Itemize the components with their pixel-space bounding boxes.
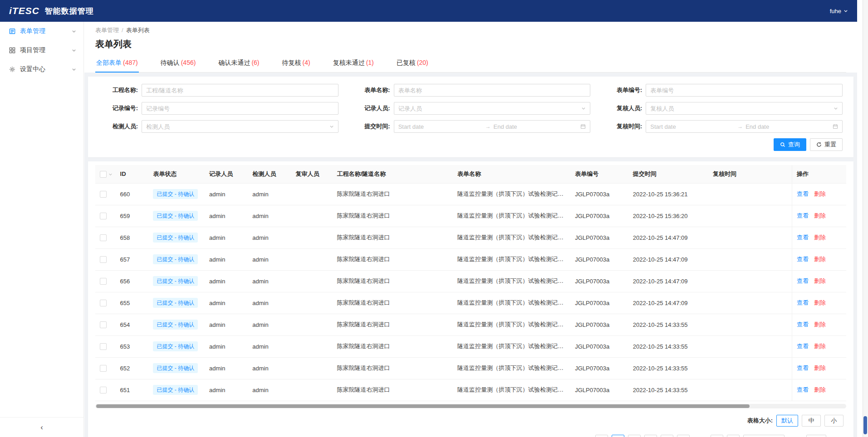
filter-submit-time: 提交时间: → xyxy=(351,120,591,133)
delete-link[interactable]: 删除 xyxy=(814,299,826,306)
view-link[interactable]: 查看 xyxy=(797,386,809,393)
delete-link[interactable]: 删除 xyxy=(814,234,826,241)
view-link[interactable]: 查看 xyxy=(797,234,809,241)
view-link[interactable]: 查看 xyxy=(797,299,809,306)
table-size-label: 表格大小: xyxy=(747,417,773,425)
sidebar-item-project-management[interactable]: 项目管理 xyxy=(0,41,83,60)
delete-link[interactable]: 删除 xyxy=(814,364,826,371)
delete-link[interactable]: 删除 xyxy=(814,190,826,197)
row-checkbox[interactable] xyxy=(100,387,107,393)
page-size-select[interactable]: 10 / page xyxy=(743,435,785,437)
row-checkbox[interactable] xyxy=(100,234,107,241)
delete-link[interactable]: 删除 xyxy=(814,256,826,262)
vertical-scrollbar-thumb[interactable] xyxy=(863,416,867,434)
form-icon xyxy=(9,28,15,34)
view-link[interactable]: 查看 xyxy=(797,212,809,219)
row-checkbox[interactable] xyxy=(100,278,107,285)
table-row: 653 已提交 - 待确认 admin admin 陈家院隧道右洞进口 隧道监控… xyxy=(95,335,846,357)
delete-link[interactable]: 删除 xyxy=(814,343,826,350)
cell-project: 陈家院隧道右洞进口 xyxy=(333,357,453,379)
page-number-button[interactable]: 4 xyxy=(661,435,673,437)
submit-end-date-input[interactable] xyxy=(494,123,578,130)
goto-page-input[interactable] xyxy=(806,435,826,437)
cell-recorder: admin xyxy=(205,183,248,205)
cell-form-code: JGLP07003a xyxy=(570,379,628,401)
selection-dropdown-icon[interactable] xyxy=(108,172,113,176)
form-code-input[interactable] xyxy=(650,87,838,94)
cell-form-name: 隧道监控量测（拱顶下沉）试验检测记录表（全站... xyxy=(453,379,570,401)
sidebar-item-form-management[interactable]: 表单管理 xyxy=(0,22,83,41)
search-button[interactable]: 查询 xyxy=(774,138,806,151)
delete-link[interactable]: 删除 xyxy=(814,212,826,219)
page-number-button[interactable]: 2 xyxy=(628,435,641,437)
form-name-input[interactable] xyxy=(398,87,586,94)
view-link[interactable]: 查看 xyxy=(797,190,809,197)
table-size-option[interactable]: 默认 xyxy=(776,415,798,427)
page-number-button[interactable]: 49 xyxy=(711,435,723,437)
inspector-select[interactable] xyxy=(146,123,327,130)
user-menu[interactable]: fuhe xyxy=(830,8,848,15)
filter-label: 记录编号: xyxy=(99,104,138,112)
status-tab[interactable]: 确认未通过(6) xyxy=(217,55,260,72)
row-checkbox[interactable] xyxy=(100,365,107,372)
row-checkbox[interactable] xyxy=(100,343,107,350)
prev-page-button[interactable]: ‹ xyxy=(595,435,608,437)
sidebar-item-settings-center[interactable]: 设置中心 xyxy=(0,60,83,79)
cell-recorder: admin xyxy=(205,335,248,357)
tab-label: 已复核 xyxy=(397,59,416,66)
row-checkbox[interactable] xyxy=(100,213,107,219)
row-checkbox[interactable] xyxy=(100,300,107,306)
page-number-button[interactable]: 1 xyxy=(612,435,624,437)
project-name-input[interactable] xyxy=(146,87,334,94)
cell-form-name: 隧道监控量测（拱顶下沉）试验检测记录表（全站... xyxy=(453,270,570,292)
recorder-select[interactable] xyxy=(398,105,579,112)
table-size-option[interactable]: 中 xyxy=(802,415,821,427)
review-end-date-input[interactable] xyxy=(745,123,830,130)
next-page-button[interactable]: › xyxy=(727,435,740,437)
sidebar-collapse-button[interactable]: ‹ xyxy=(40,423,43,431)
delete-link[interactable]: 删除 xyxy=(814,321,826,328)
delete-link[interactable]: 删除 xyxy=(814,277,826,284)
vertical-scrollbar[interactable] xyxy=(863,0,868,437)
select-all-checkbox[interactable] xyxy=(100,171,107,178)
submit-start-date-input[interactable] xyxy=(398,123,483,130)
delete-link[interactable]: 删除 xyxy=(814,386,826,393)
table-row: 654 已提交 - 待确认 admin admin 陈家院隧道右洞进口 隧道监控… xyxy=(95,314,846,335)
record-code-input[interactable] xyxy=(146,105,334,112)
cell-form-name: 隧道监控量测（拱顶下沉）试验检测记录表（全站... xyxy=(453,205,570,227)
cell-review-time xyxy=(708,248,792,270)
table-panel: ID 表单状态 记录人员 检测人员 复审人员 工程名称/隧道名称 表单名称 表单… xyxy=(88,161,853,437)
view-link[interactable]: 查看 xyxy=(797,321,809,328)
cell-review-time xyxy=(708,379,792,401)
cell-submit-time: 2022-10-25 14:47:09 xyxy=(628,227,708,248)
tab-label: 复核未通过 xyxy=(333,59,365,66)
view-link[interactable]: 查看 xyxy=(797,256,809,262)
status-tab[interactable]: 全部表单(487) xyxy=(95,55,139,72)
table-size-option[interactable]: 小 xyxy=(824,415,843,427)
filter-label: 工程名称: xyxy=(99,86,138,94)
horizontal-scrollbar-thumb[interactable] xyxy=(96,404,750,408)
row-checkbox[interactable] xyxy=(100,191,107,198)
view-link[interactable]: 查看 xyxy=(797,364,809,371)
view-link[interactable]: 查看 xyxy=(797,277,809,284)
filter-project-name: 工程名称: xyxy=(99,84,338,97)
page-number-button[interactable]: 5 xyxy=(677,435,690,437)
breadcrumb-root[interactable]: 表单管理 xyxy=(95,27,119,34)
page-number-button[interactable]: 3 xyxy=(644,435,657,437)
row-checkbox[interactable] xyxy=(100,256,107,263)
review-start-date-input[interactable] xyxy=(650,123,735,130)
horizontal-scrollbar[interactable] xyxy=(95,404,846,408)
cell-submit-time: 2022-10-25 14:33:55 xyxy=(628,357,708,379)
review-person-select[interactable] xyxy=(650,105,831,112)
cell-reviewer xyxy=(291,335,332,357)
status-tab[interactable]: 待复核(4) xyxy=(281,55,311,72)
status-tab[interactable]: 复核未通过(1) xyxy=(332,55,375,72)
cell-submit-time: 2022-10-25 14:47:09 xyxy=(628,248,708,270)
page-number-button[interactable]: ••• xyxy=(693,435,707,437)
view-link[interactable]: 查看 xyxy=(797,343,809,350)
status-tab[interactable]: 已复核(20) xyxy=(396,55,429,72)
breadcrumb-separator: / xyxy=(122,27,123,34)
row-checkbox[interactable] xyxy=(100,321,107,328)
status-tab[interactable]: 待确认(456) xyxy=(160,55,197,72)
reset-button[interactable]: 重置 xyxy=(810,138,843,151)
